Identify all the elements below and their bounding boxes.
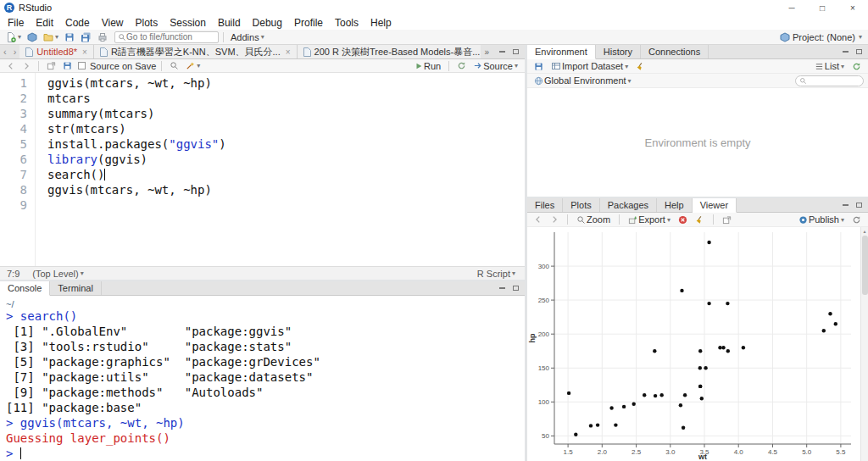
find-replace-button[interactable] [167,59,181,73]
tab-overflow-icon[interactable]: » [481,45,492,58]
source-on-save-checkbox[interactable] [78,62,86,69]
scope-selector[interactable]: (Top Level) ▾ [30,267,86,280]
viewer-tab-packages[interactable]: Packages [600,198,657,212]
export-button[interactable]: Export ▾ [626,213,673,226]
menu-help[interactable]: Help [364,15,398,30]
tab-scroll-left-icon[interactable]: ‹ [0,45,10,58]
print-button[interactable] [95,31,110,44]
environment-body: Environment is empty [527,88,868,197]
viewer-tab-viewer[interactable]: Viewer [693,198,737,213]
viewer-popout-button[interactable] [720,213,734,226]
environment-tab-environment[interactable]: Environment [527,45,596,59]
close-icon[interactable]: × [286,47,291,57]
source-tab[interactable]: Untitled8*× [19,45,94,58]
code-line[interactable]: install.packages("ggvis") [47,136,525,152]
refresh-icon [852,215,861,225]
maximize-pane-icon[interactable] [854,47,863,56]
menu-edit[interactable]: Edit [30,15,59,30]
import-dataset-button[interactable]: Import Dataset ▾ [548,59,631,73]
code-line[interactable] [47,197,525,213]
viewer-tab-plots[interactable]: Plots [563,198,599,212]
scrollbar-thumb[interactable] [862,236,868,295]
environment-tab-history[interactable]: History [596,45,641,58]
viewer-tab-help[interactable]: Help [657,198,693,212]
minimize-pane-icon[interactable] [498,47,506,56]
menu-profile[interactable]: Profile [288,15,329,30]
console-tab-terminal[interactable]: Terminal [50,281,102,295]
plot-forward-button[interactable] [548,213,561,226]
save-source-button[interactable] [60,59,75,73]
code-editor[interactable]: 123456789 ggvis(mtcars, ~wt, ~hp)mtcarss… [0,73,525,266]
code-line[interactable]: library(ggvis) [47,152,525,167]
environment-view-mode[interactable]: List ▾ [812,59,847,73]
goto-file-input[interactable] [126,32,215,42]
source-button[interactable]: Source ▾ [470,59,520,73]
minimize-pane-icon[interactable] [841,47,849,56]
environment-tab-connections[interactable]: Connections [641,45,709,58]
console-tab-console[interactable]: Console [0,281,50,296]
project-selector[interactable]: Project: (None) ▾ [777,31,865,44]
new-project-button[interactable] [25,31,40,44]
menu-debug[interactable]: Debug [247,15,288,30]
forward-button[interactable] [19,59,33,73]
rerun-button[interactable] [454,59,469,73]
addins-menu[interactable]: Addins ▾ [228,31,267,44]
zoom-button[interactable]: Zoom [574,213,613,226]
maximize-pane-icon[interactable] [511,284,520,292]
clear-plots-button[interactable] [693,213,707,226]
viewer-tab-files[interactable]: Files [527,198,563,212]
rstudio-logo-icon: R [4,3,14,13]
code-line[interactable]: ggvis(mtcars, ~wt, ~hp) [47,75,525,91]
console-working-dir[interactable]: ~/ [6,297,525,308]
save-workspace-button[interactable] [531,59,546,73]
code-tools-button[interactable]: ▾ [183,59,203,73]
menu-plots[interactable]: Plots [130,15,164,30]
window-minimize-button[interactable]: ─ [776,0,807,15]
scroll-up-icon[interactable]: ▲ [861,227,868,236]
window-close-button[interactable]: × [837,0,868,15]
code-line-number: 4 [0,121,35,136]
back-button[interactable] [4,59,18,73]
code-line[interactable]: str(mtcars) [47,121,525,136]
environment-search-input[interactable] [807,76,860,86]
svg-text:250: 250 [538,297,550,304]
menu-session[interactable]: Session [164,15,212,30]
maximize-pane-icon[interactable] [854,201,863,209]
plot-back-button[interactable] [531,213,545,226]
refresh-viewer-button[interactable] [849,213,864,226]
minimize-pane-icon[interactable] [841,201,849,209]
tab-scroll-right-icon[interactable]: › [10,45,20,58]
refresh-environment-button[interactable] [849,59,864,73]
window-maximize-button[interactable]: □ [807,0,837,15]
code-line[interactable]: mtcars [47,91,525,106]
run-button[interactable]: Run [412,59,443,73]
viewer-scrollbar[interactable]: ▲ [860,227,868,461]
menu-tools[interactable]: Tools [329,15,364,30]
menu-build[interactable]: Build [212,15,247,30]
environment-scope-selector[interactable]: Global Environment ▾ [531,74,634,87]
minimize-pane-icon[interactable] [498,284,506,292]
code-line[interactable]: summary(mtcars) [47,106,525,121]
menu-view[interactable]: View [96,15,130,30]
menu-code[interactable]: Code [59,15,96,30]
menu-file[interactable]: File [2,15,30,30]
maximize-pane-icon[interactable] [511,47,520,56]
save-button[interactable] [62,31,77,44]
save-all-button[interactable] [78,31,94,44]
popout-button[interactable] [44,59,58,73]
file-type-selector[interactable]: R Script ▾ [475,267,518,280]
source-tab[interactable]: 200 R 決策樹Tree-Based Models-暴音...× [298,45,481,58]
code-line[interactable]: search() [47,167,525,182]
new-file-button[interactable]: ▾ [3,31,24,44]
remove-plot-button[interactable] [676,213,690,226]
open-new-window-icon [47,61,56,70]
clear-workspace-button[interactable] [633,59,648,73]
open-file-button[interactable]: ▾ [41,31,61,44]
console-tabbar: ConsoleTerminal [0,281,525,296]
code-line[interactable]: ggvis(mtcars, ~wt, ~hp) [47,182,525,197]
publish-button[interactable]: Publish ▾ [796,213,847,226]
source-tab[interactable]: R語言機器學習之K-NN、SVM、貝氏分...× [94,45,298,58]
viewer-pane: FilesPlotsPackagesHelpViewer [527,198,868,461]
close-icon[interactable]: × [82,47,87,57]
console[interactable]: ~/ > search() [1] ".GlobalEnv" "package:… [0,296,525,460]
